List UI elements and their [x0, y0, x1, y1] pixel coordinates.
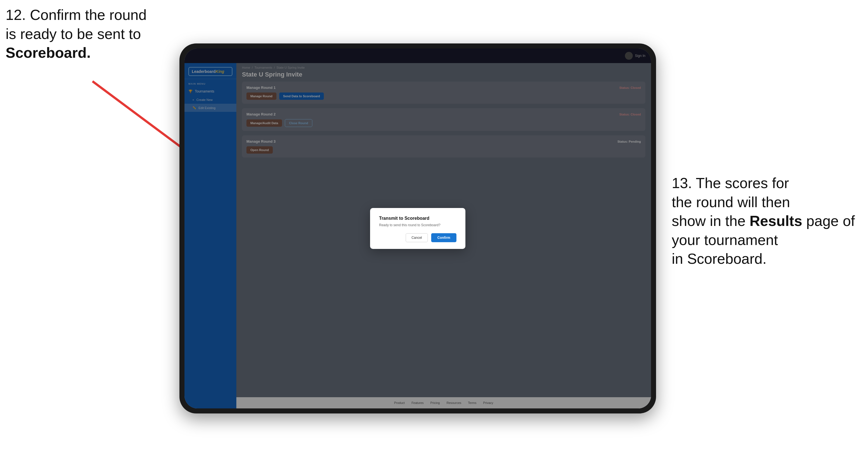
annotation-right: 13. The scores for the round will then s…	[672, 174, 862, 269]
modal-overlay: Transmit to Scoreboard Ready to send thi…	[184, 49, 651, 408]
modal-title: Transmit to Scoreboard	[379, 216, 457, 221]
annotation-top-left: 12. Confirm the round is ready to be sen…	[6, 6, 202, 63]
tablet-screen: Sign In LeaderboardKing MAIN MENU	[184, 49, 651, 408]
tablet-frame: Sign In LeaderboardKing MAIN MENU	[180, 43, 656, 413]
confirm-button[interactable]: Confirm	[431, 233, 457, 242]
modal-box: Transmit to Scoreboard Ready to send thi…	[370, 208, 465, 249]
modal-buttons: Cancel Confirm	[379, 233, 457, 242]
app-wrapper: Sign In LeaderboardKing MAIN MENU	[184, 49, 651, 408]
modal-subtitle: Ready to send this round to Scoreboard?	[379, 223, 457, 227]
cancel-button[interactable]: Cancel	[406, 233, 428, 242]
